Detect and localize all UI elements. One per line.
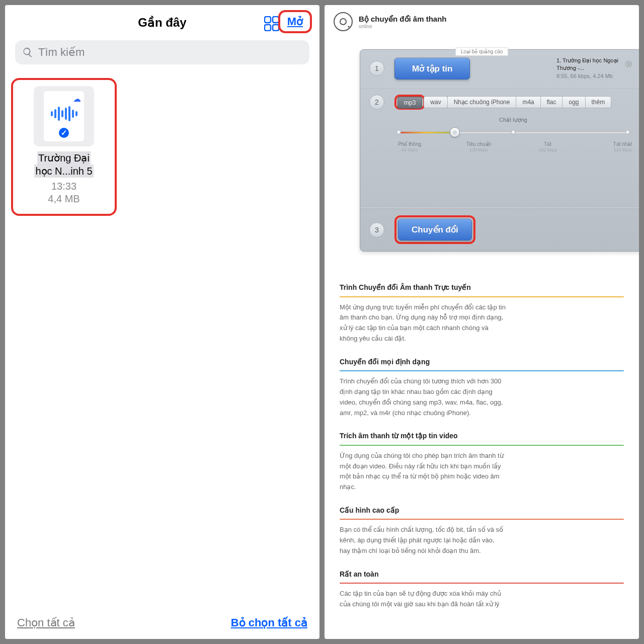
section-heading: Rất an toàn (340, 569, 624, 580)
section-text: Ứng dụng của chúng tôi cho phép bạn tríc… (340, 451, 506, 493)
quality-label: Chất lượng (394, 117, 632, 123)
quality-tick: Tốt (544, 141, 551, 147)
quality-tick: Tiêu chuẩn (466, 141, 492, 147)
file-size: 4,4 MB (16, 193, 112, 205)
section-text: Bạn có thể cấu hình chất lượng, tốc độ b… (340, 525, 506, 556)
section-heading: Cấu hình cao cấp (340, 505, 624, 516)
section-heading: Chuyển đổi mọi định dạng (340, 356, 624, 367)
file-thumbnail: ☁︎ ✓ (34, 86, 94, 146)
format-tab-ogg[interactable]: ogg (562, 96, 585, 108)
format-tab-more[interactable]: thêm (585, 96, 612, 108)
format-tab-wav[interactable]: wav (424, 96, 447, 108)
select-all-button[interactable]: Chọn tất cả (17, 616, 75, 629)
svg-rect-0 (265, 17, 271, 23)
step-number: 3 (369, 222, 384, 237)
audio-wave-icon (51, 106, 77, 121)
check-icon: ✓ (57, 126, 70, 139)
format-tab-flac[interactable]: flac (540, 96, 563, 108)
section-heading: Trích âm thanh từ một tập tin video (340, 430, 624, 441)
grid-view-icon[interactable] (264, 16, 279, 31)
format-tab-iphone[interactable]: Nhạc chuông iPhone (447, 96, 517, 108)
loaded-file-meta: 8:55, 66 kbps, 4.24 Mb (556, 72, 632, 80)
quality-tick: Phổ thông (398, 141, 421, 147)
open-file-button[interactable]: Mở tập tin (394, 58, 470, 79)
format-tabs: mp3 wav Nhạc chuông iPhone m4a flac ogg … (394, 95, 632, 110)
step-number: 1 (369, 61, 384, 76)
search-placeholder: Tìm kiếm (38, 46, 85, 59)
section-heading: Trình Chuyển đổi Âm thanh Trực tuyến (340, 282, 624, 293)
quality-tick: Tốt nhất (613, 141, 632, 147)
step-number: 2 (369, 95, 384, 110)
convert-button[interactable]: Chuyển đổi (398, 219, 472, 240)
open-button[interactable]: Mở (278, 10, 312, 33)
search-icon (22, 47, 33, 58)
format-tab-m4a[interactable]: m4a (516, 96, 540, 108)
loaded-file-name: 1. Trường Đại học Ngoại Thương -... (556, 57, 621, 72)
converter-widget: 1 Mở tập tin 1. Trường Đại học Ngoại Thư… (360, 49, 639, 252)
file-item[interactable]: ☁︎ ✓ Trường Đại học N...inh 5 13:33 4,4 … (11, 78, 117, 216)
file-time: 13:33 (16, 181, 112, 192)
app-title: Bộ chuyển đổi âm thanh (359, 15, 447, 24)
format-tab-mp3[interactable]: mp3 (397, 97, 422, 109)
page-title: Gần đây (138, 16, 186, 30)
search-input[interactable]: Tìm kiếm (15, 40, 309, 64)
remove-ads-button[interactable]: Loại bỏ quảng cáo (455, 47, 509, 56)
deselect-all-button[interactable]: Bỏ chọn tất cả (231, 616, 307, 629)
section-text: Một ứng dụng trực tuyến miễn phí chuyển … (340, 302, 506, 344)
slider-knob[interactable] (450, 127, 460, 137)
close-icon[interactable]: ⓧ (625, 60, 632, 69)
quality-slider[interactable] (396, 126, 630, 138)
section-text: Các tập tin của bạn sẽ tự động được xóa … (340, 589, 506, 610)
file-name: Trường Đại (37, 151, 91, 165)
file-name: học N...inh 5 (34, 165, 93, 178)
section-text: Trình chuyển đổi của chúng tôi tương thí… (340, 376, 506, 418)
status-label: online (359, 24, 447, 29)
disc-icon (334, 12, 353, 31)
svg-rect-2 (265, 25, 271, 31)
cloud-icon: ☁︎ (73, 94, 81, 104)
